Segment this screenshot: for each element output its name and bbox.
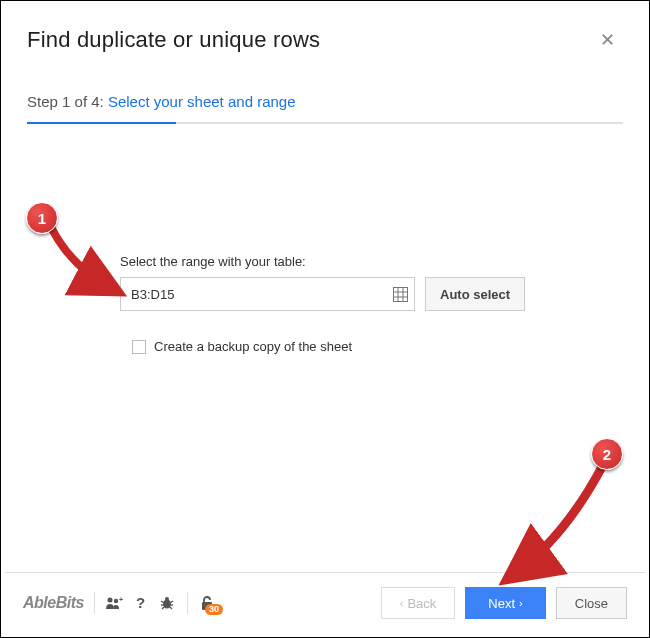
lock-icon[interactable]: 30 — [200, 595, 214, 611]
dialog-header: Find duplicate or unique rows ✕ — [5, 5, 645, 65]
svg-line-11 — [161, 601, 164, 603]
step-title-link[interactable]: Select your sheet and range — [108, 93, 296, 110]
svg-line-16 — [170, 607, 172, 609]
chevron-left-icon: ‹ — [400, 597, 404, 609]
range-input[interactable] — [131, 287, 393, 302]
grid-picker-icon[interactable] — [393, 287, 408, 302]
badge-count: 30 — [205, 604, 223, 615]
svg-line-12 — [170, 601, 173, 603]
separator — [94, 592, 95, 614]
svg-point-6 — [114, 599, 118, 603]
footer-left: AbleBits + ? 30 — [23, 592, 214, 614]
step-indicator: Step 1 of 4: Select your sheet and range — [5, 65, 645, 122]
bug-icon[interactable] — [159, 596, 175, 610]
svg-text:?: ? — [136, 595, 145, 611]
next-button-label: Next — [488, 596, 515, 611]
footer-toolbar: + ? 30 — [105, 592, 214, 614]
brand-logo: AbleBits — [23, 594, 84, 612]
svg-rect-0 — [394, 287, 408, 301]
range-label: Select the range with your table: — [120, 254, 645, 269]
separator — [187, 592, 188, 614]
close-button[interactable]: Close — [556, 587, 627, 619]
close-button-label: Close — [575, 596, 608, 611]
back-button[interactable]: ‹ Back — [381, 587, 456, 619]
backup-checkbox-row[interactable]: Create a backup copy of the sheet — [132, 339, 645, 354]
back-button-label: Back — [407, 596, 436, 611]
step-prefix: Step 1 of 4: — [27, 93, 108, 110]
help-icon[interactable]: ? — [135, 595, 147, 611]
backup-checkbox[interactable] — [132, 340, 146, 354]
dialog-container: Find duplicate or unique rows ✕ Step 1 o… — [5, 5, 645, 633]
auto-select-button[interactable]: Auto select — [425, 277, 525, 311]
dialog-footer: AbleBits + ? 30 — [5, 572, 645, 633]
svg-point-5 — [107, 598, 112, 603]
next-button[interactable]: Next › — [465, 587, 545, 619]
svg-text:+: + — [119, 596, 123, 603]
range-row: Auto select — [120, 277, 645, 311]
range-input-wrap[interactable] — [120, 277, 415, 311]
dialog-title: Find duplicate or unique rows — [27, 27, 320, 53]
annotation-badge-2: 2 — [591, 438, 623, 470]
dialog-content: Select the range with your table: — [5, 124, 645, 572]
people-icon[interactable]: + — [105, 596, 123, 610]
backup-checkbox-label: Create a backup copy of the sheet — [154, 339, 352, 354]
svg-point-10 — [165, 597, 169, 601]
close-icon[interactable]: ✕ — [592, 25, 623, 55]
annotation-badge-1: 1 — [26, 202, 58, 234]
footer-buttons: ‹ Back Next › Close — [381, 587, 627, 619]
chevron-right-icon: › — [519, 597, 523, 609]
svg-line-15 — [162, 607, 164, 609]
